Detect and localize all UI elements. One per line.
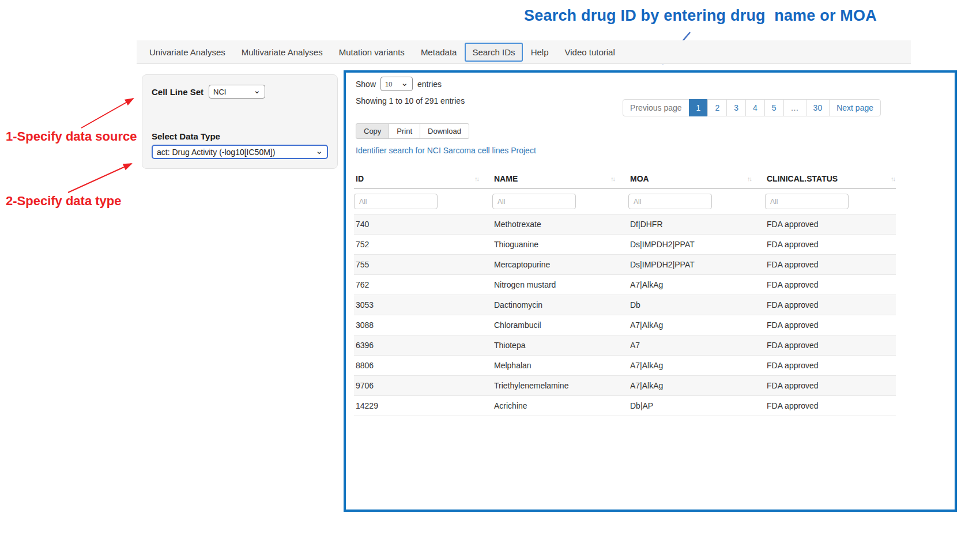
show-entries-select[interactable]: 10 ⌄ bbox=[380, 77, 413, 91]
filter-input-clinical-status[interactable] bbox=[765, 194, 849, 209]
table-cell: A7 bbox=[628, 341, 765, 350]
table-cell: 752 bbox=[354, 240, 492, 249]
table-cell: Ds|IMPDH2|PPAT bbox=[628, 260, 765, 269]
cell-line-set-label: Cell Line Set bbox=[152, 87, 203, 97]
table-cell: 755 bbox=[354, 260, 492, 269]
data-source-panel: Cell Line Set NCI ⌄ Select Data Type act… bbox=[142, 74, 338, 169]
table-cell: 14229 bbox=[354, 401, 492, 410]
table-cell: FDA approved bbox=[765, 280, 896, 289]
filter-input-id[interactable] bbox=[354, 194, 438, 209]
table-cell: Dactinomycin bbox=[492, 300, 628, 310]
table-cell: FDA approved bbox=[765, 220, 896, 229]
pagination-page-1[interactable]: 1 bbox=[689, 99, 708, 116]
identifier-search-link[interactable]: Identifier search for NCI Sarcoma cell l… bbox=[356, 146, 536, 155]
table-cell: Db bbox=[628, 300, 765, 310]
table-cell: FDA approved bbox=[765, 320, 896, 330]
filter-input-name[interactable] bbox=[492, 194, 576, 209]
data-type-value: act: Drug Activity (-log10[IC50M]) bbox=[157, 148, 275, 157]
table-filter-row bbox=[354, 189, 896, 214]
annotation-step1: 1-Specify data source bbox=[6, 129, 137, 144]
pagination-page-2[interactable]: 2 bbox=[707, 99, 727, 116]
cell-line-set-select[interactable]: NCI ⌄ bbox=[209, 85, 265, 99]
table-cell: Chlorambucil bbox=[492, 320, 628, 330]
table-cell: Nitrogen mustard bbox=[492, 280, 628, 289]
table-row: 762Nitrogen mustardA7|AlkAgFDA approved bbox=[354, 275, 896, 295]
sort-icon[interactable]: ↑↓ bbox=[610, 175, 615, 182]
chevron-down-icon: ⌄ bbox=[315, 148, 323, 154]
table-row: 14229AcrichineDb|APFDA approved bbox=[354, 396, 896, 416]
export-button-group: Copy Print Download bbox=[356, 123, 469, 139]
data-type-select[interactable]: act: Drug Activity (-log10[IC50M]) ⌄ bbox=[152, 145, 328, 159]
print-button[interactable]: Print bbox=[389, 123, 420, 139]
column-header-name[interactable]: NAME ↑↓ bbox=[492, 171, 628, 188]
pagination-page-4[interactable]: 4 bbox=[745, 99, 765, 116]
table-row: 3088ChlorambucilA7|AlkAgFDA approved bbox=[354, 315, 896, 335]
red-arrow-step2-icon bbox=[65, 158, 140, 197]
annotation-search-note: Search drug ID by entering drug name or … bbox=[510, 7, 891, 25]
table-cell: A7|AlkAg bbox=[628, 320, 765, 330]
pagination-page-5[interactable]: 5 bbox=[764, 99, 784, 116]
column-header-moa[interactable]: MOA ↑↓ bbox=[628, 171, 765, 188]
column-header-label: MOA bbox=[630, 174, 649, 183]
table-cell: FDA approved bbox=[765, 240, 896, 249]
filter-input-moa[interactable] bbox=[628, 194, 712, 209]
cell-line-set-value: NCI bbox=[213, 88, 226, 96]
table-row: 755MercaptopurineDs|IMPDH2|PPATFDA appro… bbox=[354, 255, 896, 275]
next-page-button[interactable]: Next page bbox=[829, 99, 881, 116]
table-cell: Df|DHFR bbox=[628, 220, 765, 229]
table-cell: FDA approved bbox=[765, 260, 896, 269]
table-row: 6396ThiotepaA7FDA approved bbox=[354, 335, 896, 356]
table-cell: 762 bbox=[354, 280, 492, 289]
previous-page-button[interactable]: Previous page bbox=[623, 99, 689, 116]
table-cell: A7|AlkAg bbox=[628, 361, 765, 370]
sort-icon[interactable]: ↑↓ bbox=[891, 175, 895, 182]
tab-mutation-variants[interactable]: Mutation variants bbox=[331, 42, 413, 62]
chevron-down-icon: ⌄ bbox=[401, 80, 408, 86]
table-cell: 6396 bbox=[354, 341, 492, 350]
pagination-page-30[interactable]: 30 bbox=[806, 99, 830, 116]
show-label: Show bbox=[356, 80, 376, 89]
table-header-row: ID ↑↓ NAME ↑↓ MOA ↑↓ CLINICAL.STATUS ↑↓ bbox=[354, 171, 896, 189]
table-row: 752ThioguanineDs|IMPDH2|PPATFDA approved bbox=[354, 235, 896, 255]
column-header-label: ID bbox=[356, 174, 364, 183]
tab-univariate-analyses[interactable]: Univariate Analyses bbox=[141, 42, 233, 62]
entries-label: entries bbox=[417, 80, 442, 89]
main-navbar: Univariate Analyses Multivariate Analyse… bbox=[137, 40, 911, 64]
table-cell: Thiotepa bbox=[492, 341, 628, 350]
pagination-page-3[interactable]: 3 bbox=[726, 99, 746, 116]
sort-icon[interactable]: ↑↓ bbox=[747, 175, 751, 182]
show-entries-row: Show 10 ⌄ entries bbox=[356, 77, 442, 91]
table-cell: Methotrexate bbox=[492, 220, 628, 229]
table-cell: FDA approved bbox=[765, 401, 896, 410]
table-cell: A7|AlkAg bbox=[628, 280, 765, 289]
tab-search-ids[interactable]: Search IDs bbox=[465, 43, 522, 62]
table-cell: 3088 bbox=[354, 320, 492, 330]
table-cell: Acrichine bbox=[492, 401, 628, 410]
table-cell: 3053 bbox=[354, 300, 492, 310]
table-cell: A7|AlkAg bbox=[628, 381, 765, 390]
data-type-label: Select Data Type bbox=[152, 131, 328, 141]
column-header-id[interactable]: ID ↑↓ bbox=[354, 171, 492, 188]
table-cell: FDA approved bbox=[765, 381, 896, 390]
table-cell: Melphalan bbox=[492, 361, 628, 370]
drug-id-table: ID ↑↓ NAME ↑↓ MOA ↑↓ CLINICAL.STATUS ↑↓ bbox=[354, 171, 896, 416]
table-row: 740MethotrexateDf|DHFRFDA approved bbox=[354, 214, 896, 235]
pagination-ellipsis: … bbox=[783, 99, 806, 116]
copy-button[interactable]: Copy bbox=[356, 123, 389, 139]
tab-multivariate-analyses[interactable]: Multivariate Analyses bbox=[233, 42, 331, 62]
tab-metadata[interactable]: Metadata bbox=[413, 42, 465, 62]
table-cell: Db|AP bbox=[628, 401, 765, 410]
tab-help[interactable]: Help bbox=[523, 42, 557, 62]
tab-video-tutorial[interactable]: Video tutorial bbox=[556, 42, 623, 62]
show-entries-value: 10 bbox=[385, 81, 392, 88]
table-cell: Ds|IMPDH2|PPAT bbox=[628, 240, 765, 249]
table-row: 9706TriethylenemelamineA7|AlkAgFDA appro… bbox=[354, 376, 896, 396]
column-header-clinical-status[interactable]: CLINICAL.STATUS ↑↓ bbox=[765, 171, 896, 188]
chevron-down-icon: ⌄ bbox=[253, 88, 261, 93]
showing-status-text: Showing 1 to 10 of 291 entries bbox=[356, 96, 465, 105]
table-cell: FDA approved bbox=[765, 300, 896, 310]
search-results-panel: Show 10 ⌄ entries Showing 1 to 10 of 291… bbox=[344, 70, 957, 512]
table-cell: Thioguanine bbox=[492, 240, 628, 249]
download-button[interactable]: Download bbox=[420, 123, 469, 139]
sort-icon[interactable]: ↑↓ bbox=[474, 175, 478, 182]
